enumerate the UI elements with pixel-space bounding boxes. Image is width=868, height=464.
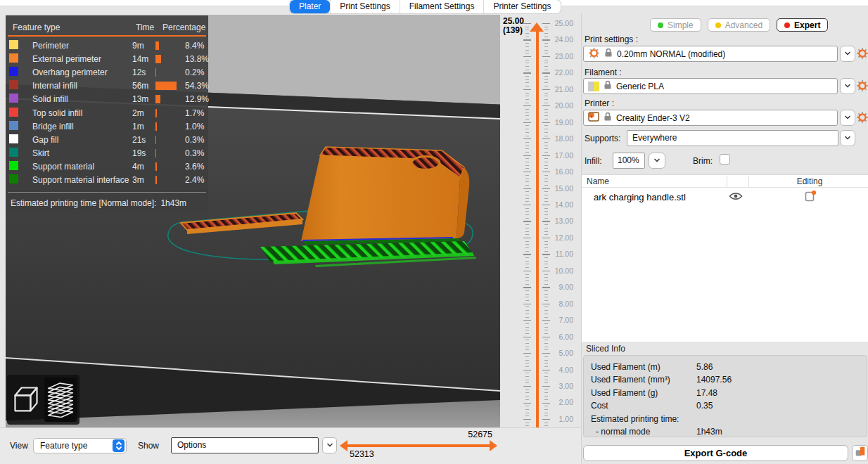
legend-header-percentage: Percentage	[162, 22, 206, 32]
show-label: Show	[138, 441, 159, 451]
gcode-range-slider-left-handle[interactable]	[340, 440, 347, 451]
feature-percentage-bar	[155, 136, 156, 144]
ruler-tick-label: 3.00	[548, 382, 573, 390]
legend-row: Top solid infill 2m 1.7%	[6, 106, 208, 120]
ruler-tick-label: 19.00	[548, 118, 573, 127]
mode-switcher: Simple Advanced Expert	[650, 18, 828, 32]
stepper-icon	[113, 439, 125, 452]
ruler-tick-label: 16.00	[548, 167, 573, 176]
sliced-info-label: Used Filament (g)	[591, 387, 696, 399]
show-options-dropdown-button[interactable]	[322, 437, 337, 453]
layer-slider-upper-handle[interactable]	[530, 22, 544, 32]
supports-dropdown-button[interactable]	[840, 130, 855, 146]
send-gcode-button[interactable]	[852, 445, 868, 461]
infill-value: 100%	[618, 155, 639, 165]
gcode-range-max-value: 52675	[454, 430, 492, 439]
sliced-info-value: 14097.56	[696, 373, 867, 386]
sliced-info-panel: Used Filament (m) 5.86 Used Filament (mm…	[583, 355, 867, 437]
sliced-info-row: Estimated printing time:	[591, 413, 867, 425]
feature-percentage-bar	[155, 55, 161, 63]
printer-dropdown-button[interactable]	[840, 110, 855, 126]
view-3d-button[interactable]	[10, 378, 42, 422]
gcode-range-slider-right-handle[interactable]	[490, 440, 497, 451]
feature-percentage-bar	[155, 109, 157, 117]
edit-object-icon[interactable]	[804, 189, 817, 205]
tab[interactable]: Plater	[290, 0, 330, 13]
print-settings-combo[interactable]: 0.20mm NORMAL (modified)	[583, 46, 838, 62]
feature-time: 56m	[132, 81, 155, 91]
feature-percentage-bar	[155, 122, 157, 131]
ruler-tick-label: 21.00	[548, 85, 573, 94]
print-settings-dropdown-button[interactable]	[840, 46, 855, 62]
eye-visibility-icon[interactable]	[729, 191, 743, 203]
layer-range-slider: 25.00 (139) 25.0024.0023.0022.0021.0020.…	[500, 15, 581, 464]
feature-percentage: 8.4%	[185, 41, 204, 51]
mode-button[interactable]: Advanced	[708, 18, 770, 32]
slicer-app-window: Plater Print Settings Filament Settings …	[0, 0, 868, 464]
legend-row: Support material interface 3m 2.4%	[6, 174, 208, 187]
infill-dropdown-button[interactable]	[649, 153, 665, 169]
mode-button-label: Simple	[668, 20, 694, 30]
layer-slider-track[interactable]	[536, 30, 539, 448]
sliced-info-label: Used Filament (m)	[591, 361, 696, 373]
ruler-tick-label: 12.00	[548, 233, 573, 242]
filament-combo[interactable]: Generic PLA	[583, 78, 838, 94]
supports-label: Supports:	[585, 134, 620, 143]
legend-row: Support material 4m 3.6%	[6, 160, 208, 174]
feature-percentage: 54.3%	[185, 81, 209, 91]
feature-time: 21s	[132, 135, 155, 145]
filament-dropdown-button[interactable]	[840, 78, 855, 94]
gcode-range-slider-track[interactable]	[346, 444, 491, 447]
object-table-header: Name Editing	[582, 174, 868, 188]
feature-percentage-bar	[155, 95, 160, 103]
feature-color-swatch	[9, 80, 18, 89]
feature-time: 14m	[132, 54, 155, 64]
mode-button[interactable]: Expert	[777, 18, 828, 32]
table-row[interactable]: ark charging handle.stl	[582, 188, 868, 207]
feature-time: 1m	[132, 122, 155, 131]
feature-time: 13m	[132, 94, 155, 104]
sliced-info-value: 5.86	[696, 361, 867, 373]
feature-color-swatch	[9, 53, 18, 63]
brim-checkbox[interactable]	[720, 154, 730, 165]
feature-color-swatch	[9, 121, 18, 130]
chevron-down-icon	[653, 155, 661, 167]
sliced-info-row: Cost 0.35	[591, 399, 867, 412]
sliced-info-label: Cost	[591, 399, 696, 412]
printer-gear-button[interactable]	[856, 111, 868, 124]
lock-icon	[604, 80, 612, 92]
chevron-down-icon	[843, 48, 852, 60]
filament-gear-button[interactable]	[856, 79, 868, 92]
ruler-tick-label: 8.00	[548, 299, 573, 308]
print-settings-gear-button[interactable]	[856, 47, 868, 60]
infill-value-field[interactable]: 100%	[613, 153, 645, 169]
show-options-field[interactable]: Options	[171, 437, 319, 453]
view-layers-button[interactable]	[44, 378, 77, 422]
tab[interactable]: Filament Settings	[400, 0, 484, 13]
ruler-tick-label: 10.00	[548, 266, 573, 275]
feature-time: 4m	[132, 162, 155, 172]
feature-percentage: 1.0%	[185, 122, 204, 131]
tab[interactable]: Print Settings	[330, 0, 399, 13]
sliced-info-value: 1h43m	[696, 425, 867, 438]
mode-dot-icon	[658, 22, 663, 28]
sliced-info-value: 17.48	[696, 387, 867, 399]
cube-icon	[11, 381, 41, 418]
feature-color-swatch	[9, 161, 18, 170]
feature-label: Overhang perimeter	[32, 67, 132, 77]
feature-label: External perimeter	[32, 54, 132, 64]
filament-label: Filament :	[585, 67, 622, 77]
export-gcode-button[interactable]: Export G-code	[583, 445, 848, 461]
tab[interactable]: Printer Settings	[483, 0, 560, 13]
feature-percentage: 0.3%	[185, 135, 204, 145]
mode-button[interactable]: Simple	[650, 18, 701, 32]
feature-time: 3m	[132, 175, 155, 185]
gcode-preview-viewport[interactable]: Feature type Time Percentage Perimeter 9…	[6, 15, 500, 427]
supports-combo[interactable]: Everywhere	[627, 130, 838, 146]
printer-combo[interactable]: Creality Ender-3 V2	[583, 110, 838, 126]
layers-icon	[46, 380, 75, 420]
lock-icon	[604, 48, 613, 60]
legend-header: Feature type Time Percentage	[8, 20, 206, 37]
ruler-tick-label: 18.00	[548, 134, 573, 143]
view-dropdown[interactable]: Feature type	[33, 438, 127, 453]
